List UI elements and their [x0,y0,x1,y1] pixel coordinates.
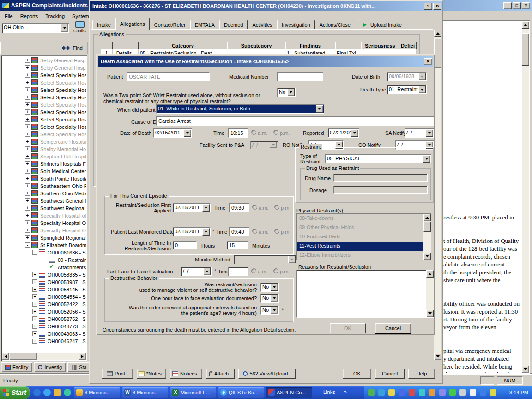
chevron-down-icon[interactable] [426,129,433,137]
chevron-down-icon[interactable] [287,89,295,96]
dod-select[interactable]: 02/15/2011 [153,128,192,138]
chevron-down-icon[interactable] [61,24,68,32]
grid-header-cell[interactable]: Subcategory [227,42,285,49]
tree-expander-icon[interactable] [25,58,30,63]
intake-tab[interactable]: EMTALA [190,20,219,30]
scroll-up-button[interactable] [423,214,431,221]
tree-item[interactable]: OH00052056 - S [2,308,86,315]
tree-item[interactable]: Selby General Hospit [2,64,86,71]
print-button[interactable]: Print.. [102,369,133,379]
attach-button[interactable]: Attach.. [206,369,235,379]
tree-item[interactable]: OH00054554 - S [2,293,86,300]
dialog-ok-button[interactable]: OK [330,323,366,333]
find-button[interactable]: Find [73,45,83,51]
dob-select[interactable]: 09/06/1938 [387,72,427,81]
chevron-down-icon[interactable] [184,129,191,137]
maximize-button[interactable]: □ [513,2,521,9]
tree-item[interactable]: OH00049063 - S [2,330,86,337]
tree-item[interactable]: Select Specialty Hosp [2,71,86,79]
tree-item[interactable]: Southwest General H [2,197,86,204]
tree-expander-icon[interactable] [25,124,30,129]
tree-item[interactable]: Specialty Hospital Of [2,219,86,226]
tree-expander-icon[interactable] [25,235,30,240]
tree-item[interactable]: Select Specialty Hosp [2,79,86,86]
pm-radio[interactable] [274,205,279,210]
task-button[interactable]: 3 Microso... [122,387,168,398]
pm-radio[interactable] [273,130,278,135]
tree-item[interactable]: Select Specialty Hosp [2,101,86,108]
tree-expander-icon[interactable] [25,228,30,233]
last-monitored-date-select[interactable]: 02/15/2011 [173,227,211,236]
scroll-up-button[interactable] [426,270,434,278]
tray-icon[interactable] [399,389,405,396]
tree-expander-icon[interactable] [25,154,30,159]
close-button[interactable]: ✕ [522,2,530,9]
tree-expander-icon[interactable] [25,65,30,70]
tray-icon[interactable] [439,389,446,396]
grid-header-cell[interactable]: Findings [285,42,335,49]
wrist-restraint-select[interactable]: No [277,88,296,97]
tree-expander-icon[interactable] [25,117,30,122]
chevron-down-icon[interactable] [202,228,210,236]
grid-header-cell[interactable] [335,42,361,49]
tree-item[interactable]: Shriners Hospitals Fo [2,160,86,167]
list-scrollbar[interactable] [426,270,434,317]
tree-item[interactable]: Select Specialty Hosp [2,123,86,130]
dod-time-field[interactable] [228,128,248,138]
minimize-button[interactable]: _ [503,2,512,9]
minutes-field[interactable] [227,241,248,249]
hours-field[interactable] [173,241,197,249]
tree-expander-icon[interactable] [25,95,30,100]
am-radio[interactable] [252,205,257,210]
intake-scrollbar[interactable] [434,30,441,360]
tree-expander-icon[interactable] [25,132,30,137]
intake-tab[interactable]: Deemed [219,20,248,30]
list-item[interactable]: 11-Vest Restraints [297,242,431,251]
grid-header-cell[interactable] [113,42,139,49]
task-button[interactable]: 3 Microso... [74,387,120,398]
tray-icon[interactable] [470,389,476,396]
list-scrollbar[interactable] [423,214,431,260]
tree-expander-icon[interactable] [32,272,37,277]
scrollbar-thumb[interactable] [522,33,529,66]
ie-icon[interactable] [43,389,51,396]
tree-expander-icon[interactable] [32,294,37,299]
tree-expander-icon[interactable] [25,102,30,107]
list-item[interactable]: 12-Elbow Immobilizers [297,251,431,260]
grid-header-cell[interactable] [101,42,113,49]
tree-item[interactable]: OH00058145 - S [2,285,86,293]
panel-tab[interactable]: Facility [1,362,32,372]
tree-item[interactable]: OH00052752 - S [2,315,86,322]
chevron-down-icon[interactable] [271,295,278,302]
tree-item[interactable]: Select Specialty Hosp [2,93,86,101]
tree-expander-icon[interactable] [32,302,37,307]
tree-item[interactable]: Select Specialty Hosp [2,130,86,138]
tray-icon[interactable] [490,389,496,396]
tree-expander-icon[interactable] [25,169,30,174]
drug-name-field[interactable] [333,174,428,182]
am-radio[interactable] [251,130,256,135]
intake-tab[interactable]: Allegations [115,18,150,30]
panel-tab[interactable]: Sta [67,362,91,372]
tree-item[interactable]: 00 - Restrain [2,256,86,263]
intake-tab[interactable]: Actions/Close [315,20,355,30]
scroll-up-button[interactable] [434,30,441,37]
view-upload-button[interactable]: 562 View/Upload.. [238,369,296,379]
tray-icon[interactable] [378,389,385,396]
medicaid-field[interactable] [277,72,323,81]
tree-item[interactable]: Select Specialty Hosp [2,86,86,93]
tray-icon[interactable] [449,389,456,396]
list-item[interactable]: 09-Other Physical Holds [297,223,431,232]
reasons-list[interactable] [296,270,434,318]
task-button[interactable]: QIES to Su... [218,387,264,398]
tree-expander-icon[interactable] [32,309,37,314]
tree-item[interactable]: Sempercare Hospital [2,138,86,145]
scrollbar-thumb[interactable] [434,39,441,68]
scrollbar-thumb[interactable] [423,222,431,232]
scroll-down-button[interactable] [434,353,441,360]
f2f-date-select[interactable]: / / [181,267,212,276]
dq1-select[interactable]: No [260,283,279,292]
tree-expander-icon[interactable] [25,139,30,144]
state-select[interactable]: OH Ohio [2,23,69,33]
tree-expander-icon[interactable] [25,87,30,92]
